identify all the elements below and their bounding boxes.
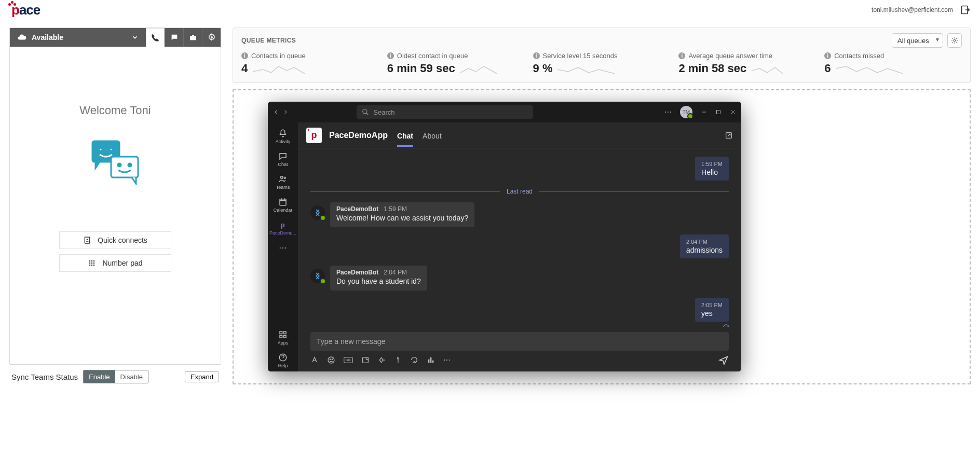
chevron-down-icon[interactable] — [124, 34, 146, 41]
nav-forward-icon[interactable] — [282, 109, 289, 115]
maximize-icon[interactable] — [715, 109, 722, 115]
number-pad-button[interactable]: Number pad — [59, 254, 171, 272]
gear-icon — [951, 37, 958, 44]
extensions-icon[interactable] — [378, 356, 386, 364]
sparkline — [253, 62, 305, 75]
emoji-icon[interactable] — [327, 356, 335, 364]
number-pad-label: Number pad — [102, 259, 142, 267]
svg-point-11 — [89, 260, 91, 262]
svg-rect-25 — [280, 199, 286, 205]
softphone-panel: Available — [9, 27, 221, 365]
svg-point-16 — [93, 263, 95, 264]
metric-contacts-missed: iContacts missed 6 — [824, 52, 962, 75]
sync-toggle: Enable Disable — [83, 370, 148, 383]
logout-icon[interactable] — [960, 5, 971, 15]
sparkline — [557, 62, 615, 75]
rail-more[interactable]: ⋯ — [268, 240, 298, 256]
send-icon[interactable] — [718, 355, 729, 365]
queue-metrics-grid: iContacts in queue 4 iOldest contact in … — [233, 50, 970, 82]
welcome-text: Welcome Toni — [79, 104, 151, 117]
bell-icon — [278, 129, 288, 138]
svg-rect-39 — [363, 357, 369, 363]
calendar-icon — [278, 197, 288, 206]
agent-status-bar: Available — [10, 28, 221, 47]
queue-settings-button[interactable] — [947, 33, 962, 48]
queue-metrics-panel: QUEUE METRICS All queues iContacts in qu… — [233, 27, 971, 83]
phone-tab[interactable] — [146, 28, 165, 47]
chat-area: 1:59 PM Hello Last read PaceDemoBot1:59 … — [298, 148, 741, 327]
sync-disable-button[interactable]: Disable — [115, 370, 148, 383]
svg-text:p: p — [281, 221, 285, 229]
svg-point-34 — [328, 357, 334, 363]
close-icon[interactable] — [730, 109, 736, 115]
more-actions-icon[interactable]: ⋯ — [443, 356, 451, 364]
pace-logo: pace — [9, 2, 40, 18]
queue-selector[interactable]: All queues — [892, 33, 943, 48]
rail-apps[interactable]: Apps — [268, 327, 298, 349]
nav-back-icon[interactable] — [273, 109, 279, 115]
tab-about[interactable]: About — [423, 125, 442, 146]
quick-connects-button[interactable]: Quick connects — [59, 231, 171, 249]
agent-status-dropdown[interactable]: Available — [10, 33, 124, 42]
message-bot: PaceDemoBot2:04 PM Do you have a student… — [310, 266, 729, 291]
rail-activity[interactable]: Activity — [268, 126, 298, 147]
popout-icon[interactable] — [725, 131, 733, 140]
rail-calendar[interactable]: Calendar — [268, 194, 298, 216]
svg-point-35 — [330, 359, 330, 360]
poll-icon[interactable] — [427, 356, 435, 364]
svg-point-14 — [89, 263, 91, 264]
cloud-icon — [17, 33, 26, 42]
search-placeholder: Search — [373, 108, 394, 116]
sync-enable-button[interactable]: Enable — [84, 370, 115, 383]
dialpad-icon — [88, 259, 96, 267]
rail-pacedemo-app[interactable]: pPaceDemo... — [268, 217, 298, 239]
svg-point-19 — [93, 265, 95, 266]
svg-rect-43 — [432, 361, 434, 363]
search-icon — [362, 108, 369, 116]
expand-button[interactable]: Expand — [185, 371, 219, 382]
sparkline — [460, 62, 497, 75]
user-avatar[interactable]: TM — [680, 106, 692, 118]
svg-point-4 — [99, 148, 102, 151]
svg-point-5 — [110, 148, 113, 151]
ellipsis-icon: ⋯ — [279, 243, 287, 253]
svg-point-40 — [397, 357, 399, 360]
teams-titlebar: Search ⋯ TM — [268, 102, 741, 122]
metric-contacts-in-queue: iContacts in queue 4 — [241, 52, 379, 75]
tab-chat[interactable]: Chat — [397, 125, 413, 146]
chat-illustration — [89, 138, 141, 185]
more-icon[interactable]: ⋯ — [664, 108, 672, 116]
sync-teams-row: Sync Teams Status Enable Disable Expand — [9, 369, 221, 384]
bot-avatar-icon — [310, 269, 325, 283]
svg-point-10 — [87, 239, 88, 240]
gear-icon — [208, 33, 216, 42]
metric-avg-answer-time: iAverage queue answer time 2 min 58 sec — [678, 52, 816, 75]
svg-point-21 — [363, 109, 367, 114]
rail-help[interactable]: Help — [268, 350, 298, 371]
tasks-tab[interactable] — [183, 28, 202, 47]
chat-tab[interactable] — [165, 28, 183, 47]
minimize-icon[interactable] — [701, 109, 707, 115]
svg-rect-6 — [111, 157, 138, 177]
phone-icon — [151, 34, 159, 42]
info-icon: i — [387, 52, 394, 59]
svg-point-20 — [954, 39, 956, 42]
app-icon: p — [278, 220, 288, 229]
loop-icon[interactable] — [410, 356, 418, 364]
chat-icon — [170, 33, 179, 42]
svg-point-2 — [211, 36, 213, 38]
stream-icon[interactable] — [394, 356, 402, 364]
gif-icon[interactable]: GIF — [344, 356, 353, 364]
svg-point-18 — [91, 265, 93, 266]
sticker-icon[interactable] — [361, 356, 370, 364]
settings-tab[interactable] — [202, 28, 221, 47]
compose-placeholder: Type a new message — [317, 337, 385, 346]
drop-area: Search ⋯ TM Activity Chat Teams — [233, 89, 971, 384]
svg-rect-28 — [284, 332, 287, 334]
rail-chat[interactable]: Chat — [268, 148, 298, 170]
teams-search[interactable]: Search — [357, 105, 533, 119]
format-icon[interactable] — [310, 356, 319, 364]
rail-teams[interactable]: Teams — [268, 171, 298, 193]
metric-oldest-contact: iOldest contact in queue 6 min 59 sec — [387, 52, 525, 75]
compose-input[interactable]: Type a new message — [310, 332, 729, 351]
